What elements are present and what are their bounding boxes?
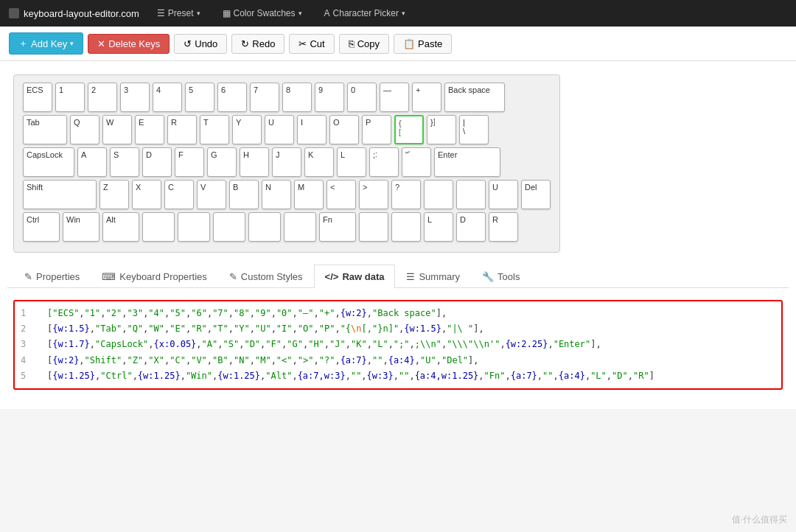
key-space-extra1[interactable] (248, 212, 281, 242)
color-swatches-label: Color Swatches (234, 8, 296, 18)
key-shift-left[interactable]: Shift (23, 180, 97, 209)
key-i[interactable]: I (297, 115, 327, 144)
code-editor[interactable]: 1 ["ECS","1","2","3","4","5","6","7","8"… (13, 300, 783, 390)
tab-raw-data[interactable]: </> Raw data (314, 265, 396, 288)
key-alt[interactable]: Alt (102, 212, 139, 242)
key-del[interactable]: Del (521, 180, 551, 209)
nav-preset[interactable]: ☰ Preset ▾ (153, 0, 205, 27)
key-empty-fn2[interactable] (391, 212, 421, 242)
key-u[interactable]: U (265, 115, 294, 144)
key-tab[interactable]: Tab (23, 115, 67, 144)
key-comma[interactable]: < (327, 180, 356, 209)
tabs: ✎ Properties ⌨ Keyboard Properties ✎ Cus… (7, 265, 789, 288)
key-backslash[interactable]: |\ (459, 115, 489, 144)
key-space-right[interactable] (213, 212, 245, 242)
delete-keys-button[interactable]: ✕ Delete Keys (88, 34, 170, 54)
nav-character-picker[interactable]: A Character Picker ▾ (320, 0, 410, 27)
key-k[interactable]: K (304, 147, 334, 177)
tab-custom-styles[interactable]: ✎ Custom Styles (218, 265, 314, 288)
key-s[interactable]: S (110, 147, 139, 177)
key-6[interactable]: 6 (217, 83, 247, 112)
key-empty-2[interactable] (456, 180, 486, 209)
keyboard-properties-icon: ⌨ (102, 271, 116, 282)
undo-button[interactable]: ↺ Undo (174, 34, 227, 54)
key-7[interactable]: 7 (250, 83, 279, 112)
key-5[interactable]: 5 (185, 83, 214, 112)
delete-icon: ✕ (97, 38, 105, 49)
key-g[interactable]: G (207, 147, 237, 177)
code-line-1: 1 ["ECS","1","2","3","4","5","6","7","8"… (15, 306, 781, 321)
key-8[interactable]: 8 (282, 83, 312, 112)
key-m[interactable]: M (294, 180, 324, 209)
nav-color-swatches[interactable]: ▦ Color Swatches ▾ (218, 0, 307, 27)
key-p[interactable]: P (362, 115, 391, 144)
tab-keyboard-properties[interactable]: ⌨ Keyboard Properties (91, 265, 218, 288)
color-swatches-caret: ▾ (298, 10, 302, 17)
key-space-extra2[interactable] (284, 212, 316, 242)
copy-button[interactable]: ⎘ Copy (339, 34, 389, 54)
add-key-button[interactable]: ＋ Add Key ▾ (9, 32, 83, 55)
key-u-right[interactable]: U (489, 180, 518, 209)
key-empty-fn1[interactable] (359, 212, 388, 242)
key-n[interactable]: N (262, 180, 291, 209)
paste-button[interactable]: 📋 Paste (394, 34, 452, 54)
key-d-bottom[interactable]: D (456, 212, 486, 242)
key-quote[interactable]: "' (402, 147, 431, 177)
key-l[interactable]: L (337, 147, 366, 177)
navbar: keyboard-layout-editor.com ☰ Preset ▾ ▦ … (0, 0, 796, 27)
key-h[interactable]: H (240, 147, 269, 177)
key-ctrl[interactable]: Ctrl (23, 212, 60, 242)
key-d[interactable]: D (142, 147, 172, 177)
key-q[interactable]: Q (70, 115, 100, 144)
key-close-bracket[interactable]: }] (427, 115, 456, 144)
key-enter[interactable]: Enter (434, 147, 500, 177)
key-dash[interactable]: — (380, 83, 409, 112)
toolbar: ＋ Add Key ▾ ✕ Delete Keys ↺ Undo ↻ Redo … (0, 27, 796, 61)
cut-button[interactable]: ✂ Cut (289, 34, 334, 54)
key-fn[interactable]: Fn (319, 212, 356, 242)
tab-properties[interactable]: ✎ Properties (13, 265, 91, 288)
palette-icon: ▦ (223, 8, 231, 18)
tab-summary[interactable]: ☰ Summary (395, 265, 471, 288)
key-3[interactable]: 3 (120, 83, 150, 112)
tab-tools[interactable]: 🔧 Tools (471, 265, 531, 288)
key-win[interactable]: Win (63, 212, 100, 242)
key-v[interactable]: V (197, 180, 226, 209)
key-space-left[interactable] (142, 212, 175, 242)
key-space-mid[interactable] (178, 212, 210, 242)
key-open-bracket[interactable]: {[ (394, 115, 424, 144)
key-a[interactable]: A (77, 147, 107, 177)
key-j[interactable]: J (272, 147, 301, 177)
key-0[interactable]: 0 (347, 83, 377, 112)
key-semicolon[interactable]: ;: (369, 147, 399, 177)
key-t[interactable]: T (200, 115, 229, 144)
key-y[interactable]: Y (232, 115, 262, 144)
key-esc[interactable]: ECS (23, 83, 52, 112)
code-line-3: 3 [{w:1.7},"CapsLock",{x:0.05},"A","S","… (15, 337, 781, 352)
key-capslock[interactable]: CapsLock (23, 147, 74, 177)
key-period[interactable]: > (359, 180, 388, 209)
code-content-2: [{w:1.5},"Tab","Q","W","E","R","T","Y","… (47, 322, 484, 336)
key-f[interactable]: F (175, 147, 204, 177)
preset-label: Preset (168, 8, 194, 18)
key-slash[interactable]: ? (391, 180, 421, 209)
key-x[interactable]: X (132, 180, 161, 209)
key-w[interactable]: W (102, 115, 132, 144)
key-9[interactable]: 9 (315, 83, 344, 112)
key-b[interactable]: B (229, 180, 259, 209)
key-r[interactable]: R (167, 115, 197, 144)
redo-button[interactable]: ↻ Redo (231, 34, 284, 54)
key-1[interactable]: 1 (55, 83, 85, 112)
key-empty-1[interactable] (424, 180, 453, 209)
redo-label: Redo (252, 38, 275, 49)
key-4[interactable]: 4 (153, 83, 182, 112)
key-o[interactable]: O (329, 115, 359, 144)
key-2[interactable]: 2 (88, 83, 117, 112)
key-c[interactable]: C (164, 180, 194, 209)
key-r-bottom[interactable]: R (489, 212, 518, 242)
key-l-bottom[interactable]: L (424, 212, 453, 242)
key-e[interactable]: E (135, 115, 164, 144)
key-plus[interactable]: + (412, 83, 441, 112)
key-backspace[interactable]: Back space (444, 83, 505, 112)
key-z[interactable]: Z (100, 180, 129, 209)
